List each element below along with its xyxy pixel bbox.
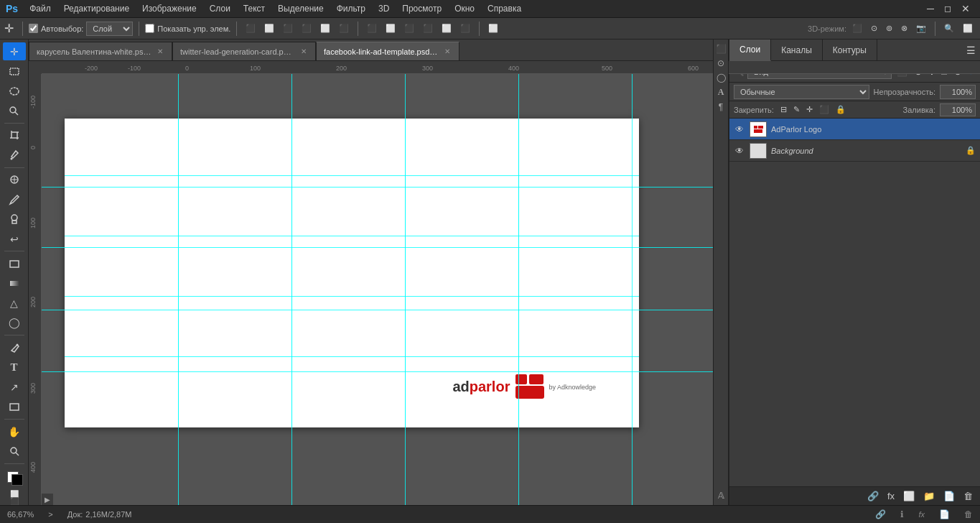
align-top-btn[interactable]: ⬛ bbox=[299, 22, 314, 34]
select-rect-btn[interactable] bbox=[3, 62, 26, 80]
lock-artboard-btn[interactable]: ⬛ bbox=[817, 104, 831, 115]
status-trash-btn[interactable]: 🗑 bbox=[964, 509, 973, 519]
lock-image-btn[interactable]: ✎ bbox=[791, 104, 802, 115]
lock-position-btn[interactable]: ✛ bbox=[804, 104, 815, 115]
minimize-btn[interactable]: ─ bbox=[923, 3, 938, 14]
char-icon[interactable]: A bbox=[718, 87, 724, 98]
para-icon[interactable]: ¶ bbox=[719, 102, 723, 112]
menu-edit[interactable]: Редактирование bbox=[58, 2, 135, 15]
align-center-btn[interactable]: ⬜ bbox=[261, 22, 277, 34]
new-layer-btn[interactable]: 📄 bbox=[941, 489, 958, 503]
edit-icon[interactable]: 𝔸 bbox=[718, 491, 724, 501]
fill-input[interactable] bbox=[940, 103, 976, 116]
menu-select[interactable]: Выделение bbox=[272, 2, 330, 15]
clone-stamp-btn[interactable] bbox=[3, 210, 26, 228]
status-info-btn[interactable]: ℹ bbox=[900, 509, 904, 519]
tab-3-close[interactable]: ✕ bbox=[443, 47, 452, 55]
crop-btn[interactable] bbox=[3, 126, 26, 144]
paths-tab[interactable]: Контуры bbox=[823, 40, 877, 61]
align-right-btn[interactable]: ⬛ bbox=[280, 22, 296, 34]
dist-left-btn[interactable]: ⬛ bbox=[364, 22, 380, 34]
3d-btn-3[interactable]: ⊗ bbox=[898, 22, 910, 34]
link-layers-btn[interactable]: 🔗 bbox=[864, 489, 882, 503]
menu-text[interactable]: Текст bbox=[238, 2, 271, 15]
eraser-btn[interactable] bbox=[3, 254, 26, 272]
maximize-btn[interactable]: ◻ bbox=[940, 4, 956, 14]
layer-item-background[interactable]: 👁 Background 🔒 bbox=[729, 140, 980, 162]
color-swatches[interactable] bbox=[4, 468, 24, 486]
close-btn[interactable]: ✕ bbox=[957, 3, 974, 14]
new-group-btn[interactable]: 📁 bbox=[920, 489, 938, 503]
brush-btn[interactable] bbox=[3, 190, 26, 208]
dist-center-h-btn[interactable]: ⬜ bbox=[383, 22, 398, 34]
scroll-down-btn[interactable]: ▶ bbox=[42, 494, 53, 505]
menu-layers[interactable]: Слои bbox=[204, 2, 236, 15]
lock-transparent-btn[interactable]: ⊟ bbox=[778, 104, 789, 115]
add-style-btn[interactable]: fx bbox=[885, 489, 897, 503]
mask-icon[interactable]: ◯ bbox=[717, 73, 726, 83]
show-transform-checkbox[interactable] bbox=[145, 24, 154, 33]
3d-btn-1[interactable]: ⊙ bbox=[868, 22, 880, 34]
menu-image[interactable]: Изображение bbox=[136, 2, 202, 15]
layer-panel-icon[interactable]: ⬛ bbox=[716, 44, 727, 54]
blur-btn[interactable]: △ bbox=[3, 294, 26, 312]
menu-window[interactable]: Окно bbox=[449, 2, 480, 15]
tab-2[interactable]: twitter-lead-generation-card.psd @ 100% … bbox=[172, 42, 316, 60]
type-btn[interactable]: T bbox=[3, 358, 26, 376]
opacity-input[interactable] bbox=[940, 85, 976, 99]
align-left-btn[interactable]: ⬛ bbox=[243, 22, 258, 34]
3d-camera-btn[interactable]: 📷 bbox=[913, 22, 929, 34]
status-new-layer-btn[interactable]: 📄 bbox=[939, 509, 950, 519]
layers-tab[interactable]: Слои bbox=[729, 40, 771, 61]
align-middle-btn[interactable]: ⬜ bbox=[317, 22, 333, 34]
menu-filter[interactable]: Фильтр bbox=[331, 2, 371, 15]
transform-btn[interactable]: ⬜ bbox=[485, 22, 501, 34]
adjustment-icon[interactable]: ⊙ bbox=[717, 58, 724, 68]
dist-center-v-btn[interactable]: ⬜ bbox=[439, 22, 454, 34]
search-btn[interactable]: 🔍 bbox=[941, 22, 957, 34]
channels-tab[interactable]: Каналы bbox=[771, 40, 823, 61]
align-bottom-btn[interactable]: ⬛ bbox=[336, 22, 352, 34]
add-mask-btn[interactable]: ⬜ bbox=[900, 489, 918, 503]
autoselect-dropdown[interactable]: Слой Группа bbox=[86, 22, 133, 36]
move-tool-btn[interactable]: ✛ bbox=[3, 42, 26, 60]
eyedropper-btn[interactable] bbox=[3, 146, 26, 164]
hand-btn[interactable]: ✋ bbox=[3, 422, 26, 440]
tab-3[interactable]: facebook-link-ad-template.psd @ 66,7% (A… bbox=[316, 42, 459, 60]
lock-all-btn[interactable]: 🔒 bbox=[834, 104, 848, 115]
lasso-btn[interactable] bbox=[3, 82, 26, 100]
autoselect-checkbox[interactable] bbox=[29, 24, 38, 33]
dist-right-btn[interactable]: ⬛ bbox=[401, 22, 417, 34]
dist-top-btn[interactable]: ⬛ bbox=[420, 22, 436, 34]
3d-mode-btn[interactable]: ⬛ bbox=[849, 22, 865, 34]
panel-menu-btn[interactable]: ☰ bbox=[962, 40, 980, 60]
delete-layer-btn[interactable]: 🗑 bbox=[961, 489, 976, 503]
menu-view[interactable]: Просмотр bbox=[396, 2, 447, 15]
dist-bottom-btn[interactable]: ⬛ bbox=[457, 22, 473, 34]
menu-help[interactable]: Справка bbox=[482, 2, 527, 15]
workspace-btn[interactable]: ⬜ bbox=[960, 22, 976, 34]
3d-btn-2[interactable]: ⊚ bbox=[883, 22, 895, 34]
menu-3d[interactable]: 3D bbox=[373, 2, 395, 15]
tab-2-close[interactable]: ✕ bbox=[299, 47, 308, 55]
status-arrow[interactable]: > bbox=[48, 510, 52, 519]
healing-brush-btn[interactable] bbox=[3, 171, 26, 189]
layer-eye-1[interactable]: 👁 bbox=[734, 124, 745, 135]
status-link-btn[interactable]: 🔗 bbox=[875, 509, 886, 519]
tab-1-close[interactable]: ✕ bbox=[156, 47, 164, 55]
layer-eye-2[interactable]: 👁 bbox=[734, 145, 745, 157]
dodge-btn[interactable]: ◯ bbox=[3, 314, 26, 332]
path-selection-btn[interactable]: ↗ bbox=[3, 378, 26, 396]
zoom-btn[interactable] bbox=[3, 442, 26, 460]
history-brush-btn[interactable]: ↩ bbox=[3, 230, 26, 248]
blend-mode-dropdown[interactable]: Обычные bbox=[734, 85, 869, 99]
tab-1[interactable]: карусель Валентина-white.psd @ 50% (v...… bbox=[29, 42, 172, 60]
quick-select-btn[interactable] bbox=[3, 101, 26, 119]
status-fx-btn[interactable]: fx bbox=[918, 510, 925, 519]
gradient-btn[interactable] bbox=[3, 274, 26, 292]
shape-btn[interactable] bbox=[3, 397, 26, 415]
layer-item-adparlor[interactable]: 👁 AdParlor Logo bbox=[729, 119, 980, 140]
menu-file[interactable]: Файл bbox=[24, 2, 57, 15]
pen-btn[interactable] bbox=[3, 338, 26, 356]
layer-modes[interactable]: ⬜⬛ bbox=[10, 491, 19, 505]
